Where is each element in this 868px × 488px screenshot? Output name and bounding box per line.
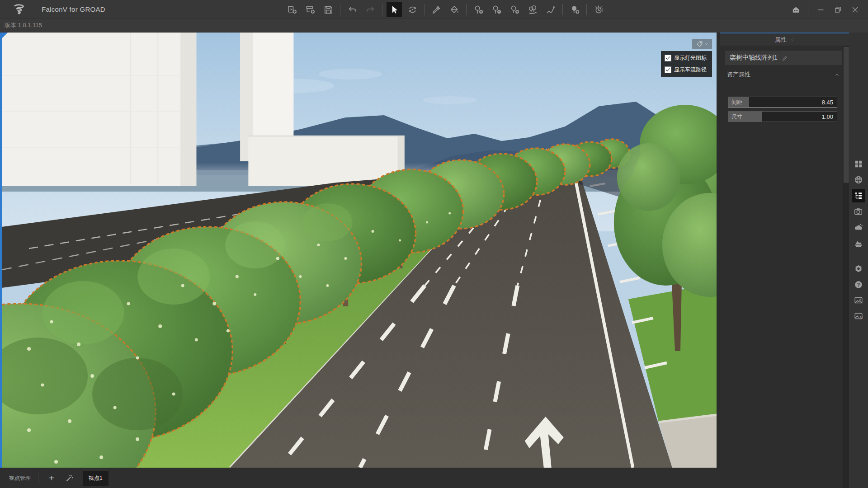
- window-separator: [808, 4, 808, 15]
- restore-icon[interactable]: [831, 3, 844, 16]
- viewport-focus-edge: [0, 33, 2, 468]
- edit-pencil-icon[interactable]: [782, 55, 788, 61]
- titlebar: FalconV for GROAD: [0, 0, 868, 19]
- add-tree-icon[interactable]: [471, 2, 486, 17]
- weather-icon[interactable]: [852, 221, 865, 234]
- panel-scrollbar[interactable]: [843, 46, 849, 488]
- import-scene-icon[interactable]: [284, 2, 300, 17]
- ai-image-icon[interactable]: AI: [852, 310, 865, 323]
- selected-item-name: 栾树中轴线阵列1: [730, 54, 778, 62]
- size-field[interactable]: 尺寸 1.00: [728, 111, 837, 122]
- chevron-up-icon: [834, 72, 840, 78]
- section-title: 资产属性: [727, 70, 750, 79]
- checkbox-checked-icon: [665, 55, 671, 61]
- toolbar-separator: [466, 4, 467, 15]
- right-dock: ? AI: [849, 33, 868, 488]
- checkbox-show-light-icons[interactable]: 显示灯光图标: [665, 54, 708, 62]
- tag-icon: [696, 41, 703, 47]
- spacing-field-label: 间距: [728, 99, 742, 106]
- checkbox-label: 显示灯光图标: [674, 54, 707, 62]
- undo-icon[interactable]: [344, 2, 360, 17]
- globe-icon[interactable]: [852, 173, 865, 187]
- paint-bucket-icon[interactable]: [447, 2, 462, 17]
- main-toolbar: [283, 0, 608, 19]
- toolbar-separator: [424, 4, 425, 15]
- settings-nut-icon[interactable]: [852, 262, 865, 276]
- viewport-3d-scene[interactable]: [2, 33, 717, 468]
- toolbar-separator: [382, 4, 382, 15]
- home-icon[interactable]: [789, 3, 802, 16]
- properties-panel-tab[interactable]: 属性: [720, 33, 849, 46]
- tag-overlay-button[interactable]: [692, 39, 712, 49]
- viewpoint-tab-1[interactable]: 视点1: [83, 471, 108, 486]
- window-controls: [787, 0, 868, 19]
- panel-scrollbar-thumb[interactable]: [844, 47, 849, 183]
- toolbar-separator: [562, 4, 563, 15]
- viewport-display-options: 显示灯光图标 显示车流路径: [661, 51, 712, 77]
- properties-panel: 属性 栾树中轴线阵列1 资产属性 间距 8.45 尺寸 1.00: [720, 33, 849, 488]
- remove-tree-icon[interactable]: [489, 2, 504, 17]
- add-tree-array-icon[interactable]: [507, 2, 522, 17]
- selected-item-name-row: 栾树中轴线阵列1: [725, 51, 842, 65]
- version-bar: 版本 1.8.1.115: [0, 19, 868, 33]
- redo-icon[interactable]: [363, 2, 378, 17]
- version-label: 版本 1.8.1.115: [5, 19, 42, 33]
- close-icon[interactable]: [790, 38, 794, 42]
- scene-tree-icon[interactable]: [852, 189, 865, 202]
- asset-properties-fields: 间距 8.45 尺寸 1.00: [720, 97, 849, 122]
- ai-label: AI: [859, 316, 863, 319]
- close-icon[interactable]: [848, 3, 862, 16]
- spacing-field-value: 8.45: [822, 99, 837, 106]
- time-of-day-icon[interactable]: [591, 2, 606, 17]
- checkbox-label: 显示车流路径: [674, 66, 707, 74]
- viewpoint-manager-label[interactable]: 视点管理: [9, 474, 31, 482]
- bottom-bar: 视点管理 + 视点1: [0, 468, 720, 488]
- select-arrow-icon[interactable]: [387, 2, 402, 17]
- toolbar-separator: [340, 4, 340, 15]
- spacing-field[interactable]: 间距 8.45: [728, 97, 837, 108]
- size-field-value: 1.00: [822, 113, 837, 120]
- app-title: FalconV for GROAD: [42, 0, 105, 19]
- chevron-down-icon: [704, 42, 708, 46]
- eyedropper-icon[interactable]: [429, 2, 444, 17]
- bottom-bar-separator: [38, 473, 38, 483]
- asset-properties-section-header[interactable]: 资产属性: [725, 69, 842, 80]
- rotate-view-icon[interactable]: [405, 2, 420, 17]
- help-icon[interactable]: ?: [852, 278, 865, 291]
- image-icon[interactable]: [852, 294, 865, 307]
- export-scene-icon[interactable]: [302, 2, 318, 17]
- app-logo-icon: [13, 3, 25, 16]
- checkbox-show-traffic-paths[interactable]: 显示车流路径: [665, 66, 708, 74]
- checkbox-checked-icon: [665, 66, 671, 73]
- minimize-icon[interactable]: [814, 3, 827, 16]
- panel-tab-title: 属性: [775, 36, 787, 44]
- help-glyph: ?: [857, 282, 860, 287]
- viewport-focus-corner: [2, 33, 8, 38]
- terrain-icon[interactable]: [852, 236, 865, 250]
- camera-icon[interactable]: [852, 205, 865, 218]
- magic-wand-icon[interactable]: [64, 472, 75, 484]
- add-viewpoint-button[interactable]: +: [46, 472, 57, 484]
- size-field-label: 尺寸: [728, 113, 742, 121]
- draw-path-icon[interactable]: [543, 2, 558, 17]
- grid-assets-icon[interactable]: [852, 157, 865, 171]
- tree-brush-icon[interactable]: [525, 2, 540, 17]
- toolbar-separator: [586, 4, 587, 15]
- add-light-icon[interactable]: [567, 2, 582, 17]
- viewport-3d[interactable]: 显示灯光图标 显示车流路径: [2, 33, 717, 468]
- save-icon[interactable]: [321, 2, 336, 17]
